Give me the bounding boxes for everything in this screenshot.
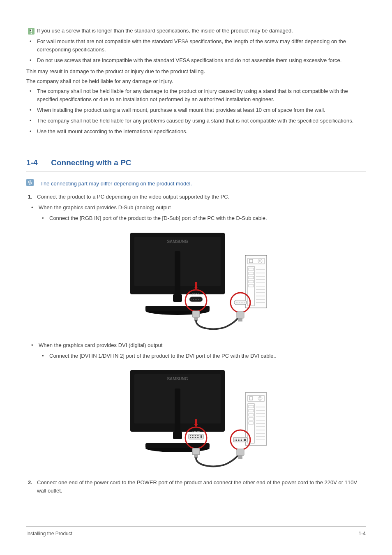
svg-point-51 <box>241 302 241 302</box>
step-text: Connect one end of the power cord to the… <box>37 479 357 494</box>
figure-rgb-connection: SAMSUNG RGB IN <box>26 229 366 334</box>
svg-rect-11 <box>173 294 182 302</box>
step-text: Connect the product to a PC depending on… <box>37 194 229 200</box>
dsub-sub: Connect the [RGB IN] port of the product… <box>39 214 366 222</box>
section-heading-row: 1-4 Connecting with a PC <box>26 157 366 171</box>
svg-rect-108 <box>235 440 235 441</box>
svg-rect-66 <box>194 435 194 436</box>
svg-rect-114 <box>237 449 244 456</box>
svg-rect-104 <box>236 439 237 439</box>
svg-rect-59 <box>173 432 182 439</box>
svg-rect-30 <box>249 268 254 271</box>
svg-point-48 <box>236 302 236 302</box>
bullet-text: When the graphics card provides DVI (dig… <box>39 342 162 348</box>
svg-rect-71 <box>192 437 193 438</box>
bullet-item: If you use a screw that is longer than t… <box>37 27 366 35</box>
bullet-item: When the graphics card provides DVI (dig… <box>39 341 366 360</box>
bullet-item: For wall mounts that are not compatible … <box>37 37 366 54</box>
svg-rect-73 <box>195 437 196 438</box>
svg-rect-103 <box>235 439 235 439</box>
section-heading: 1-4 Connecting with a PC <box>26 158 131 167</box>
steps-list-2: Connect one end of the power cord to the… <box>26 479 366 495</box>
svg-rect-86 <box>249 409 254 412</box>
svg-rect-64 <box>190 435 191 436</box>
bullet-item: The company shall not be held liable for… <box>37 87 366 104</box>
svg-point-21 <box>200 299 201 300</box>
svg-rect-74 <box>197 437 198 438</box>
svg-point-19 <box>196 299 197 300</box>
warning-bullets-2: The company shall not be held liable for… <box>26 87 366 136</box>
bullet-item: Do not use screws that are incompatible … <box>37 56 366 65</box>
svg-rect-26 <box>249 259 253 263</box>
svg-rect-109 <box>236 440 237 441</box>
bullet-item: When installing the product using a wall… <box>37 106 366 114</box>
svg-rect-22 <box>192 311 200 317</box>
svg-rect-65 <box>192 435 193 436</box>
page-footer: Installing the Product 1-4 <box>26 526 366 538</box>
svg-rect-70 <box>190 437 191 438</box>
svg-rect-110 <box>238 440 239 441</box>
svg-rect-88 <box>249 418 254 420</box>
brand-label: SAMSUNG <box>167 377 188 381</box>
svg-rect-31 <box>249 272 254 275</box>
svg-rect-10 <box>175 251 180 301</box>
bullet-item: Connect the [DVI IN 1/DVI IN 2] port of … <box>49 352 366 360</box>
bullet-item: Connect the [RGB IN] port of the product… <box>49 214 366 222</box>
steps-list: Connect the product to a PC depending on… <box>26 193 366 201</box>
svg-rect-111 <box>240 440 240 441</box>
port-label: DVI IN <box>192 430 200 433</box>
note-row: The connecting part may differ depending… <box>26 179 366 189</box>
bullet-item: Use the wall mount according to the inte… <box>37 127 366 136</box>
svg-rect-105 <box>238 439 239 439</box>
svg-rect-112 <box>241 440 242 441</box>
svg-rect-15 <box>189 297 203 302</box>
svg-rect-69 <box>198 435 199 436</box>
bullet-item: The company shall not be held liable for… <box>37 117 366 125</box>
brand-label: SAMSUNG <box>167 239 188 244</box>
svg-rect-106 <box>240 439 240 439</box>
svg-point-50 <box>239 302 240 302</box>
svg-rect-67 <box>195 435 196 436</box>
svg-rect-75 <box>198 437 199 438</box>
note-icon <box>26 179 34 189</box>
step-2: Connect one end of the power cord to the… <box>37 479 366 495</box>
footer-left: Installing the Product <box>26 530 72 538</box>
svg-rect-34 <box>249 284 254 287</box>
bullet-text: When the graphics card provides D-Sub (a… <box>39 204 171 210</box>
svg-rect-54 <box>237 312 244 318</box>
svg-rect-47 <box>234 300 247 305</box>
svg-rect-55 <box>238 318 242 321</box>
port-label: RGB IN <box>192 293 201 296</box>
svg-rect-113 <box>244 439 246 441</box>
svg-rect-32 <box>249 276 254 279</box>
svg-rect-33 <box>249 280 254 283</box>
dvi-group: When the graphics card provides DVI (dig… <box>26 341 366 360</box>
svg-rect-72 <box>194 437 194 438</box>
svg-rect-87 <box>249 414 254 416</box>
figure-dvi-connection: SAMSUNG DVI IN <box>26 366 366 471</box>
paragraph: The company shall not be held liable for… <box>26 77 366 86</box>
page: If you use a screw that is longer than t… <box>0 0 392 555</box>
svg-rect-68 <box>197 435 198 436</box>
svg-point-52 <box>242 302 243 302</box>
svg-rect-85 <box>249 405 254 408</box>
warning-bullets-1: If you use a screw that is longer than t… <box>26 27 366 65</box>
svg-rect-107 <box>241 439 242 439</box>
note-text: The connecting part may differ depending… <box>40 180 192 188</box>
dvi-sub: Connect the [DVI IN 1/DVI IN 2] port of … <box>39 352 366 360</box>
bullet-item: When the graphics card provides D-Sub (a… <box>39 204 366 222</box>
svg-point-16 <box>191 299 192 300</box>
paragraph: This may result in damage to the product… <box>26 67 366 76</box>
svg-point-53 <box>244 302 244 302</box>
svg-point-49 <box>238 302 238 302</box>
svg-rect-115 <box>238 456 242 459</box>
svg-rect-58 <box>175 388 180 438</box>
section-title: Connecting with a PC <box>51 158 131 167</box>
svg-point-20 <box>198 299 199 300</box>
svg-point-18 <box>195 299 196 300</box>
section-number: 1-4 <box>26 157 49 169</box>
footer-right: 1-4 <box>359 530 366 538</box>
svg-rect-89 <box>249 422 254 424</box>
svg-rect-81 <box>249 397 253 400</box>
svg-rect-76 <box>201 435 202 438</box>
